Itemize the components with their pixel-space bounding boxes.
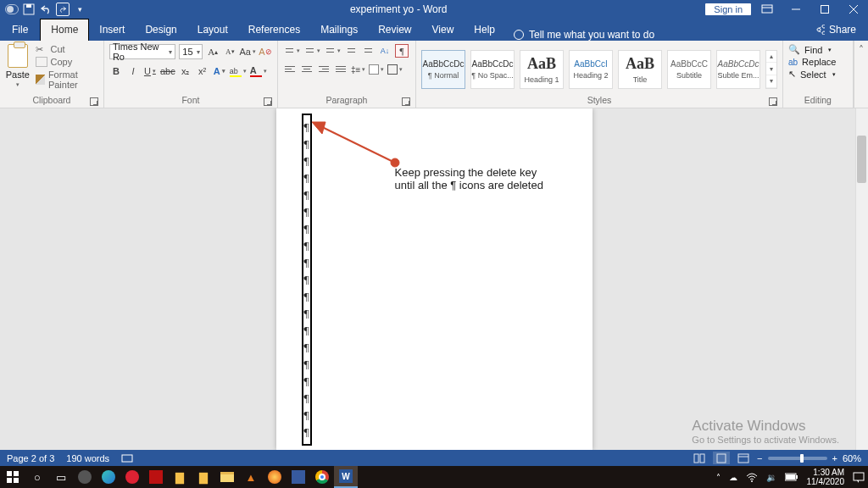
collapse-ribbon-button[interactable]: ˄	[854, 41, 868, 108]
style-subtitle[interactable]: AaBbCcCSubtitle	[667, 50, 711, 89]
undo-icon[interactable]	[39, 3, 53, 16]
taskbar-app-explorer[interactable]	[215, 466, 239, 488]
taskbar-app-vlc[interactable]: ▲	[239, 466, 263, 488]
minimize-button[interactable]	[783, 0, 809, 19]
share-button[interactable]: Share	[803, 19, 868, 41]
tab-home[interactable]: Home	[40, 19, 89, 41]
style-normal[interactable]: AaBbCcDc¶ Normal	[421, 50, 465, 89]
page[interactable]: ¶¶¶¶¶¶¶¶¶¶¶¶¶¶¶¶¶¶¶ Keep pressing the de…	[276, 108, 593, 450]
page-indicator[interactable]: Page 2 of 3	[7, 453, 54, 463]
style-heading-2[interactable]: AaBbCcIHeading 2	[569, 50, 613, 89]
taskbar-app-word[interactable]: W	[334, 466, 358, 488]
copy-button[interactable]: Copy	[36, 57, 98, 67]
taskbar-app-chrome[interactable]	[310, 466, 334, 488]
sign-in-button[interactable]: Sign in	[705, 3, 751, 15]
tray-wifi-icon[interactable]	[746, 473, 758, 482]
shading-button[interactable]: ▾	[369, 63, 384, 76]
tray-cloud-icon[interactable]: ☁	[729, 473, 737, 482]
tab-insert[interactable]: Insert	[89, 19, 135, 41]
zoom-in-button[interactable]: +	[832, 453, 837, 463]
bold-button[interactable]: B	[109, 64, 123, 78]
tab-layout[interactable]: Layout	[187, 19, 238, 41]
select-button[interactable]: ↖Select▾	[788, 69, 836, 80]
zoom-level[interactable]: 60%	[843, 453, 861, 463]
print-layout-button[interactable]	[713, 452, 730, 464]
taskbar-app-opera[interactable]	[120, 466, 144, 488]
clear-format-button[interactable]: A⊘	[259, 45, 272, 58]
italic-button[interactable]: I	[126, 64, 140, 78]
tab-review[interactable]: Review	[368, 19, 421, 41]
replace-button[interactable]: abReplace	[788, 57, 836, 67]
underline-button[interactable]: U▾	[143, 64, 157, 78]
read-mode-button[interactable]	[691, 452, 708, 464]
start-button[interactable]	[0, 466, 25, 488]
taskbar-app-edge[interactable]	[97, 466, 120, 488]
style-title[interactable]: AaBTitle	[618, 50, 662, 89]
tab-file[interactable]: File	[0, 19, 40, 41]
format-painter-button[interactable]: Format Painter	[36, 69, 98, 90]
task-view-icon[interactable]: ▭	[49, 466, 73, 488]
highlight-button[interactable]: ab▾	[230, 64, 247, 78]
close-button[interactable]	[841, 0, 866, 19]
style-subtle-emphasis[interactable]: AaBbCcDcSubtle Em...	[716, 50, 760, 89]
notification-icon[interactable]	[853, 472, 865, 483]
numbering-button[interactable]: ▾	[303, 44, 320, 58]
maximize-button[interactable]	[812, 0, 837, 19]
taskbar-app-firefox[interactable]	[263, 466, 287, 488]
tray-expand-icon[interactable]: ˄	[716, 473, 721, 482]
show-hide-pilcrow-button[interactable]: ¶	[395, 44, 409, 58]
taskbar-app-1[interactable]	[73, 466, 97, 488]
text-effects-button[interactable]: A▾	[213, 64, 226, 78]
line-spacing-button[interactable]: ‡≡▾	[351, 63, 365, 76]
tab-references[interactable]: References	[238, 19, 310, 41]
save-icon[interactable]	[22, 3, 36, 16]
superscript-button[interactable]: x²	[196, 64, 209, 78]
autosave-toggle[interactable]	[5, 3, 19, 16]
spellcheck-icon[interactable]	[121, 453, 133, 463]
tab-view[interactable]: View	[422, 19, 465, 41]
qat-customize-icon[interactable]: ▾	[73, 3, 86, 16]
tab-mailings[interactable]: Mailings	[310, 19, 368, 41]
justify-button[interactable]	[334, 63, 348, 76]
style-heading-1[interactable]: AaBHeading 1	[520, 50, 564, 89]
paragraph-dialog-launcher[interactable]	[402, 97, 410, 106]
align-left-button[interactable]	[283, 63, 297, 76]
font-dialog-launcher[interactable]	[264, 97, 272, 106]
tray-battery-icon[interactable]	[785, 473, 798, 481]
word-count[interactable]: 190 words	[66, 453, 109, 463]
ribbon-display-icon[interactable]	[754, 0, 780, 19]
change-case-button[interactable]: Aa▾	[240, 45, 255, 58]
increase-indent-button[interactable]	[361, 44, 375, 58]
align-right-button[interactable]	[317, 63, 331, 76]
scrollbar-thumb[interactable]	[857, 136, 866, 183]
font-size-combo[interactable]: 15▾	[179, 44, 203, 59]
style-no-spacing[interactable]: AaBbCcDc¶ No Spac...	[470, 50, 515, 89]
styles-scroll[interactable]: ▴▾▾	[765, 50, 777, 89]
clipboard-dialog-launcher[interactable]	[90, 97, 98, 106]
paste-button[interactable]: Paste ▾	[5, 44, 31, 94]
shrink-font-button[interactable]: A▾	[223, 45, 236, 58]
taskbar-app-generic[interactable]	[287, 466, 310, 488]
grow-font-button[interactable]: A▴	[206, 45, 220, 58]
zoom-out-button[interactable]: −	[757, 453, 762, 463]
decrease-indent-button[interactable]	[344, 44, 358, 58]
font-family-combo[interactable]: Times New Ro▾	[109, 44, 175, 59]
zoom-slider[interactable]	[768, 457, 827, 460]
align-center-button[interactable]	[300, 63, 314, 76]
search-icon[interactable]: ○	[25, 466, 49, 488]
redo-icon[interactable]	[56, 3, 70, 16]
font-color-button[interactable]: A▾	[250, 64, 267, 78]
cut-button[interactable]: ✂Cut	[36, 44, 98, 54]
borders-button[interactable]: ▾	[387, 63, 403, 76]
bullets-button[interactable]: ▾	[283, 44, 300, 58]
taskbar-app-folder1[interactable]: ▇	[168, 466, 192, 488]
tell-me-search[interactable]: Tell me what you want to do	[514, 29, 654, 41]
subscript-button[interactable]: x₂	[179, 64, 192, 78]
tab-design[interactable]: Design	[135, 19, 186, 41]
styles-dialog-launcher[interactable]	[769, 97, 777, 106]
clock[interactable]: 1:30 AM 11/4/2020	[807, 468, 845, 486]
strike-button[interactable]: abc	[160, 64, 175, 78]
taskbar-app-acrobat[interactable]	[144, 466, 168, 488]
multilevel-button[interactable]: ▾	[324, 44, 341, 58]
vertical-scrollbar[interactable]	[855, 108, 868, 450]
